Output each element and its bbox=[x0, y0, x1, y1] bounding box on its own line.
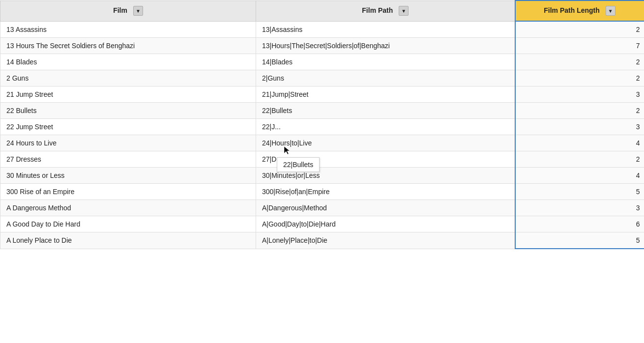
film-cell: 22 Jump Street bbox=[0, 119, 256, 135]
length-cell: 4 bbox=[515, 135, 644, 151]
film-cell: 30 Minutes or Less bbox=[0, 168, 256, 184]
table-row: A Dangerous MethodA|Dangerous|Method3 bbox=[0, 200, 644, 216]
path-cell: 13|Assassins bbox=[256, 21, 515, 38]
length-cell: 2 bbox=[515, 70, 644, 86]
length-cell: 3 bbox=[515, 119, 644, 135]
film-column-header: Film ▼ bbox=[0, 0, 256, 21]
table-row: 30 Minutes or Less30|Minutes|or|Less4 bbox=[0, 168, 644, 184]
length-cell: 2 bbox=[515, 151, 644, 168]
length-cell: 2 bbox=[515, 54, 644, 70]
table-row: 27 Dresses27|Dresses2 bbox=[0, 151, 644, 168]
path-filter-button[interactable]: ▼ bbox=[399, 6, 409, 16]
table-row: A Good Day to Die HardA|Good|Day|to|Die|… bbox=[0, 216, 644, 232]
film-cell: 13 Assassins bbox=[0, 21, 256, 38]
path-cell: 300|Rise|of|an|Empire bbox=[256, 184, 515, 200]
table-row: 22 Bullets22|Bullets2 bbox=[0, 103, 644, 119]
path-column-label: Film Path bbox=[362, 6, 393, 14]
length-cell: 2 bbox=[515, 21, 644, 38]
table-row: 14 Blades14|Blades2 bbox=[0, 54, 644, 70]
film-cell: A Good Day to Die Hard bbox=[0, 216, 256, 232]
film-cell: 22 Bullets bbox=[0, 103, 256, 119]
table-container: Film ▼ Film Path ▼ Film Path Length ▼ 13… bbox=[0, 0, 644, 343]
path-cell: 24|Hours|to|Live bbox=[256, 135, 515, 151]
film-column-label: Film bbox=[113, 6, 127, 14]
film-cell: 21 Jump Street bbox=[0, 86, 256, 103]
path-cell: 14|Blades bbox=[256, 54, 515, 70]
length-cell: 3 bbox=[515, 200, 644, 216]
film-cell: A Dangerous Method bbox=[0, 200, 256, 216]
film-cell: 14 Blades bbox=[0, 54, 256, 70]
path-cell: A|Good|Day|to|Die|Hard bbox=[256, 216, 515, 232]
film-cell: A Lonely Place to Die bbox=[0, 232, 256, 249]
table-row: 13 Assassins13|Assassins2 bbox=[0, 21, 644, 38]
length-filter-button[interactable]: ▼ bbox=[606, 6, 615, 16]
length-cell: 7 bbox=[515, 38, 644, 54]
table-row: A Lonely Place to DieA|Lonely|Place|to|D… bbox=[0, 232, 644, 249]
table-row: 300 Rise of an Empire300|Rise|of|an|Empi… bbox=[0, 184, 644, 200]
film-cell: 300 Rise of an Empire bbox=[0, 184, 256, 200]
length-cell: 5 bbox=[515, 232, 644, 249]
length-cell: 4 bbox=[515, 168, 644, 184]
length-column-header: Film Path Length ▼ bbox=[515, 0, 644, 21]
length-cell: 3 bbox=[515, 86, 644, 103]
table-row: 2 Guns2|Guns2 bbox=[0, 70, 644, 86]
film-cell: 13 Hours The Secret Soldiers of Benghazi bbox=[0, 38, 256, 54]
path-cell: 13|Hours|The|Secret|Soldiers|of|Benghazi bbox=[256, 38, 515, 54]
table-row: 24 Hours to Live24|Hours|to|Live4 bbox=[0, 135, 644, 151]
path-cell: 22|J... bbox=[256, 119, 515, 135]
film-cell: 24 Hours to Live bbox=[0, 135, 256, 151]
path-cell: 22|Bullets bbox=[256, 103, 515, 119]
table-row: 13 Hours The Secret Soldiers of Benghazi… bbox=[0, 38, 644, 54]
length-cell: 6 bbox=[515, 216, 644, 232]
film-filter-button[interactable]: ▼ bbox=[133, 6, 143, 16]
path-cell: 27|Dresses bbox=[256, 151, 515, 168]
table-row: 21 Jump Street21|Jump|Street3 bbox=[0, 86, 644, 103]
path-cell: 2|Guns bbox=[256, 70, 515, 86]
table-row: 22 Jump Street22|J...3 bbox=[0, 119, 644, 135]
path-cell: 30|Minutes|or|Less bbox=[256, 168, 515, 184]
length-cell: 2 bbox=[515, 103, 644, 119]
length-cell: 5 bbox=[515, 184, 644, 200]
path-column-header: Film Path ▼ bbox=[256, 0, 515, 21]
film-cell: 27 Dresses bbox=[0, 151, 256, 168]
path-cell: 21|Jump|Street bbox=[256, 86, 515, 103]
film-cell: 2 Guns bbox=[0, 70, 256, 86]
data-table: Film ▼ Film Path ▼ Film Path Length ▼ 13… bbox=[0, 0, 644, 249]
path-cell: A|Dangerous|Method bbox=[256, 200, 515, 216]
length-column-label: Film Path Length bbox=[544, 6, 600, 14]
path-cell: A|Lonely|Place|to|Die bbox=[256, 232, 515, 249]
